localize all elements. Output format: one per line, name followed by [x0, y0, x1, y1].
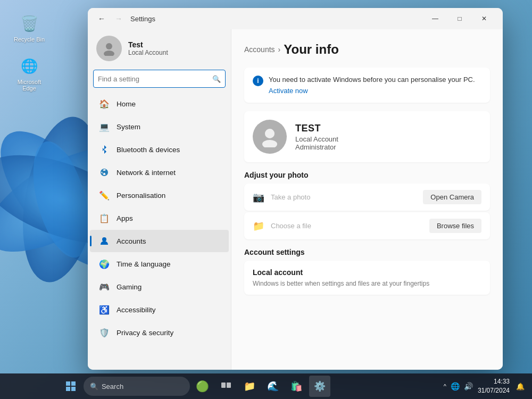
sidebar-item-network-label: Network & internet: [117, 169, 176, 177]
time-display: 14:33: [478, 377, 510, 386]
activation-banner: i You need to activate Windows before yo…: [244, 68, 490, 103]
main-profile-role: Administrator: [295, 143, 338, 151]
sidebar-item-network[interactable]: Network & internet: [90, 161, 229, 184]
sidebar-item-bluetooth[interactable]: Bluetooth & devices: [90, 138, 229, 161]
sidebar-item-accessibility-label: Accessibility: [117, 306, 156, 314]
svg-point-6: [104, 51, 114, 56]
sidebar-item-time-label: Time & language: [117, 260, 171, 268]
activate-now-link[interactable]: Activate now: [269, 87, 308, 95]
taskbar-center: 🔍 Search 🟢 📁 🌊 🛍️ ⚙️: [60, 376, 330, 397]
minimize-button[interactable]: —: [423, 10, 447, 27]
take-photo-card: 📷 Take a photo Open Camera: [244, 184, 490, 211]
taskbar-store[interactable]: 🛍️: [286, 376, 307, 397]
tray-chevron[interactable]: ^: [442, 381, 448, 392]
open-camera-button[interactable]: Open Camera: [423, 190, 481, 204]
forward-button[interactable]: →: [111, 11, 126, 26]
sidebar-item-privacy-label: Privacy & security: [117, 329, 173, 337]
sidebar-search-box[interactable]: 🔍: [93, 70, 226, 88]
personalisation-icon: ✏️: [98, 189, 110, 201]
edge-image: 🌐: [19, 55, 40, 77]
activation-message: You need to activate Windows before you …: [269, 75, 481, 85]
back-button[interactable]: ←: [94, 11, 109, 26]
recycle-bin-image: 🗑️: [19, 13, 40, 34]
maximize-button[interactable]: □: [447, 10, 472, 27]
breadcrumb: Accounts › Your info: [244, 42, 490, 57]
taskbar-clock[interactable]: 14:33 31/07/2024: [478, 377, 510, 395]
photo-options: 📷 Take a photo Open Camera 📁 Choose a fi…: [244, 184, 490, 240]
sidebar-item-accounts[interactable]: Accounts: [90, 230, 229, 252]
main-profile-name: TEST: [295, 123, 338, 134]
taskbar-edge-preview[interactable]: 🟢: [192, 376, 213, 397]
main-profile-account-type: Local Account: [295, 135, 338, 143]
home-icon: 🏠: [98, 98, 110, 110]
sidebar-item-accounts-label: Accounts: [117, 237, 146, 245]
sidebar: Test Local Account 🔍 🏠 Home �: [88, 29, 231, 370]
sidebar-item-privacy[interactable]: 🛡️ Privacy & security: [90, 321, 229, 344]
sidebar-item-apps[interactable]: 📋 Apps: [90, 207, 229, 229]
microsoft-edge-icon[interactable]: 🌐 Microsoft Edge: [11, 53, 48, 94]
recycle-bin-label: Recycle Bin: [14, 36, 45, 43]
taskbar-edge[interactable]: 🌊: [262, 376, 284, 397]
svg-rect-10: [66, 381, 70, 386]
sidebar-profile[interactable]: Test Local Account: [88, 29, 231, 70]
local-account-sub: Windows is better when settings and file…: [253, 280, 481, 287]
taskbar-task-view[interactable]: [215, 376, 237, 397]
sidebar-profile-name: Test: [128, 40, 222, 49]
search-icon: 🔍: [212, 75, 221, 83]
browse-files-button[interactable]: Browse files: [429, 219, 481, 233]
sidebar-avatar: [96, 36, 122, 61]
taskbar-explorer[interactable]: 📁: [239, 376, 260, 397]
network-icon: [98, 167, 110, 178]
recycle-bin-icon[interactable]: 🗑️ Recycle Bin: [11, 11, 48, 45]
info-icon: i: [253, 76, 263, 86]
window-title: Settings: [130, 15, 155, 23]
close-button[interactable]: ✕: [472, 10, 496, 27]
sound-icon[interactable]: 🔊: [462, 381, 475, 392]
search-input[interactable]: [98, 75, 212, 83]
sidebar-item-system[interactable]: 💻 System: [90, 115, 229, 138]
svg-point-9: [262, 140, 277, 147]
taskbar-search-icon: 🔍: [90, 383, 98, 390]
svg-point-8: [265, 129, 275, 138]
main-profile-info: TEST Local Account Administrator: [295, 123, 338, 151]
choose-file-label: Choose a file: [271, 222, 429, 230]
taskbar-search[interactable]: 🔍 Search: [84, 377, 190, 396]
camera-icon: 📷: [253, 192, 264, 203]
taskbar-settings[interactable]: ⚙️: [309, 376, 330, 397]
sidebar-item-bluetooth-label: Bluetooth & devices: [117, 146, 180, 154]
local-account-label: Local account: [253, 268, 481, 277]
info-text: You need to activate Windows before you …: [269, 75, 481, 95]
accounts-icon: [98, 235, 110, 247]
desktop: 🗑️ Recycle Bin 🌐 Microsoft Edge ← → Sett…: [0, 0, 532, 399]
sidebar-item-accessibility[interactable]: ♿ Accessibility: [90, 298, 229, 321]
choose-file-card: 📁 Choose a file Browse files: [244, 212, 490, 239]
sidebar-profile-info: Test Local Account: [128, 40, 222, 56]
accessibility-icon: ♿: [98, 304, 110, 315]
breadcrumb-parent[interactable]: Accounts: [244, 45, 275, 54]
start-button[interactable]: [60, 376, 81, 397]
window-controls: — □ ✕: [423, 10, 496, 27]
sidebar-item-home-label: Home: [117, 100, 136, 108]
settings-body: Test Local Account 🔍 🏠 Home �: [88, 29, 503, 370]
breadcrumb-separator: ›: [278, 45, 281, 54]
sidebar-item-personalisation-label: Personalisation: [117, 192, 165, 200]
svg-rect-12: [66, 387, 70, 391]
main-profile-avatar: [253, 120, 287, 154]
svg-rect-11: [71, 381, 76, 386]
sidebar-item-home[interactable]: 🏠 Home: [90, 93, 229, 115]
apps-icon: 📋: [98, 212, 110, 224]
network-icon[interactable]: 🌐: [449, 381, 461, 392]
account-settings-card[interactable]: Local account Windows is better when set…: [244, 261, 490, 295]
page-title: Your info: [284, 42, 339, 57]
adjust-photo-title: Adjust your photo: [244, 171, 490, 179]
svg-rect-15: [227, 383, 231, 388]
main-content: Accounts › Your info i You need to activ…: [231, 29, 503, 370]
take-photo-label: Take a photo: [271, 193, 423, 201]
sidebar-item-personalisation[interactable]: ✏️ Personalisation: [90, 184, 229, 206]
taskbar-right: ^ 🌐 🔊 14:33 31/07/2024 🔔: [442, 376, 528, 397]
notification-center[interactable]: 🔔: [513, 376, 528, 397]
gaming-icon: 🎮: [98, 281, 110, 293]
sidebar-item-time[interactable]: 🌍 Time & language: [90, 253, 229, 275]
sidebar-item-gaming[interactable]: 🎮 Gaming: [90, 276, 229, 298]
time-icon: 🌍: [98, 258, 110, 270]
